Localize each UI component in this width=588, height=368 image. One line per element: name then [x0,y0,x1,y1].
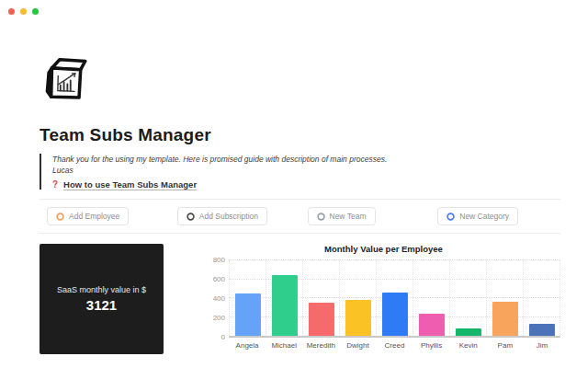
y-axis-label: 200 [213,315,225,322]
bar-phyllis[interactable] [418,314,444,336]
zoom-button[interactable] [32,8,39,15]
bar-kevin[interactable] [455,328,481,336]
bar-group [339,260,376,336]
bar-pam[interactable] [492,302,517,336]
bar-angela[interactable] [234,293,260,336]
saas-monthly-value-card[interactable]: SaaS monthly value in $ 3121 [40,244,164,354]
quote-block: Thank you for the using my template. Her… [40,154,560,190]
bar-meredith[interactable] [308,303,334,336]
circle-plus-icon [447,213,455,221]
x-axis-label: Jim [524,341,560,350]
guide-page-link[interactable]: ? How to use Team Subs Manager [52,179,560,190]
chart-title: Monthly Value per Employee [207,244,560,254]
circle-plus-icon [187,213,195,221]
monthly-value-chart: Monthly Value per Employee 0200400600800… [207,244,560,354]
bar-michael[interactable] [271,275,297,336]
page-title: Team Subs Manager [40,125,560,145]
y-axis-label: 600 [213,276,225,283]
y-axis: 0200400600800 [207,260,229,338]
bar-jim[interactable] [528,324,554,336]
button-label: Add Subscription [199,212,258,221]
add-employee-button[interactable]: Add Employee [47,207,129,225]
bar-group [449,260,486,336]
button-label: New Team [330,212,367,221]
circle-plus-icon [317,213,325,221]
x-axis-label: Angela [229,341,266,350]
x-axis: AngelaMichaelMeredithDwightCreedPhyllisK… [229,341,560,350]
page-content: Team Subs Manager Thank you for the usin… [0,0,588,354]
x-axis-label: Phyllis [413,341,450,350]
bar-group [302,260,339,336]
x-axis-label: Dwight [339,341,376,350]
circle-plus-icon [56,213,64,221]
button-label: Add Employee [69,212,119,221]
bar-group [376,260,413,336]
dashboard-row: SaaS monthly value in $ 3121 Monthly Val… [40,244,560,354]
stat-card-value: 3121 [86,297,117,313]
chart-plot [229,260,560,338]
bar-group [486,260,523,336]
y-axis-label: 400 [213,295,225,303]
cube-chart-icon[interactable] [40,53,89,103]
x-axis-label: Meredith [302,341,339,350]
x-axis-label: Kevin [450,341,487,350]
actions-toolbar: Add Employee Add Subscription New Team [40,199,560,234]
bar-group [266,260,302,336]
window-controls [8,8,39,15]
close-button[interactable] [8,8,15,15]
x-axis-label: Michael [266,341,302,350]
quote-text: Thank you for the using my template. Her… [52,154,560,165]
x-axis-label: Pam [487,341,524,350]
quote-signature: Lucas [52,165,560,176]
guide-link-label: How to use Team Subs Manager [63,179,197,190]
add-subscription-button[interactable]: Add Subscription [177,207,267,225]
bar-group [229,260,266,336]
y-axis-label: 0 [221,334,225,341]
question-mark-icon: ? [52,179,58,190]
x-axis-label: Creed [376,341,413,350]
minimize-button[interactable] [20,8,27,15]
stat-card-label: SaaS monthly value in $ [57,285,146,294]
bar-dwight[interactable] [345,300,370,336]
new-team-button[interactable]: New Team [308,207,376,225]
bar-group [413,260,449,336]
bar-group [523,260,560,336]
bar-creed[interactable] [381,293,407,336]
button-label: New Category [459,212,509,221]
new-category-button[interactable]: New Category [437,207,518,225]
y-axis-label: 800 [213,257,225,264]
